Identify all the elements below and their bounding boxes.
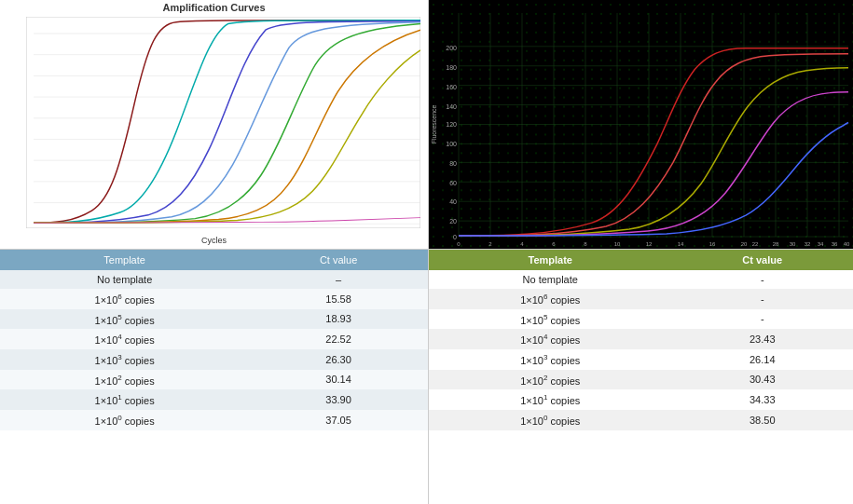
- svg-text:60: 60: [449, 180, 457, 186]
- left-cell-ct: 33.90: [249, 389, 428, 410]
- svg-text:100: 100: [446, 141, 457, 147]
- svg-text:Fluorescence: Fluorescence: [431, 105, 437, 144]
- left-cell-ct: 18.93: [249, 309, 428, 330]
- left-table-body: No template–1×106 copies15.581×105 copie…: [0, 270, 428, 430]
- svg-text:12: 12: [646, 241, 653, 247]
- left-cell-ct: 22.52: [249, 329, 428, 349]
- right-cell-ct: -: [671, 309, 853, 330]
- svg-text:200: 200: [446, 45, 457, 51]
- svg-text:40: 40: [449, 198, 457, 205]
- right-cell-ct: 30.43: [671, 370, 853, 390]
- left-cell-template: 1×101 copies: [0, 389, 249, 410]
- svg-text:14: 14: [678, 241, 684, 247]
- main-container: Amplification Curves Fluorescence (ΔR) 0…: [0, 0, 853, 504]
- left-table-row: 1×104 copies22.52: [0, 329, 428, 349]
- right-cell-template: 1×102 copies: [429, 370, 671, 390]
- left-x-axis-label: Cycles: [201, 236, 227, 245]
- left-cell-ct: 30.14: [249, 370, 428, 390]
- left-chart-title: Amplification Curves: [0, 2, 428, 13]
- right-cell-template: 1×103 copies: [429, 349, 671, 370]
- right-table-header-row: Template Ct value: [429, 250, 853, 270]
- right-table-container: Template Ct value No template-1×106 copi…: [429, 250, 853, 504]
- left-cell-template: 1×100 copies: [0, 410, 249, 430]
- left-table: Template Ct value No template–1×106 copi…: [0, 250, 428, 430]
- svg-text:36: 36: [832, 241, 838, 247]
- right-table-row: No template-: [429, 270, 853, 289]
- left-table-row: 1×101 copies33.90: [0, 389, 428, 410]
- svg-text:120: 120: [446, 122, 457, 129]
- svg-text:80: 80: [449, 160, 457, 167]
- svg-text:0: 0: [453, 234, 457, 240]
- left-table-row: 1×100 copies37.05: [0, 410, 428, 430]
- svg-text:34: 34: [818, 241, 824, 247]
- right-col-ct: Ct value: [671, 250, 853, 270]
- left-cell-ct: 15.58: [249, 289, 428, 309]
- left-cell-template: 1×105 copies: [0, 309, 249, 330]
- left-cell-template: 1×102 copies: [0, 370, 249, 390]
- right-table-row: 1×101 copies34.33: [429, 389, 853, 410]
- right-cell-ct: 34.33: [671, 389, 853, 410]
- svg-text:30: 30: [790, 241, 796, 247]
- right-chart-wrapper: Fluorescence 0 20 40 60 80 100 120 140 1…: [429, 0, 853, 249]
- left-cell-template: 1×104 copies: [0, 329, 249, 349]
- right-table-row: 1×103 copies26.14: [429, 349, 853, 370]
- svg-text:20: 20: [449, 218, 457, 225]
- svg-rect-0: [26, 17, 420, 228]
- right-chart-area: Fluorescence 0 20 40 60 80 100 120 140 1…: [429, 0, 853, 250]
- right-table-body: No template-1×106 copies-1×105 copies-1×…: [429, 270, 853, 430]
- right-table-row: 1×102 copies30.43: [429, 370, 853, 390]
- svg-text:28: 28: [773, 241, 779, 247]
- svg-text:20: 20: [741, 241, 748, 247]
- svg-text:16: 16: [709, 241, 716, 247]
- right-cell-ct: -: [671, 270, 853, 289]
- left-chart-svg: 0.1 0.6 1.1 1.6 2.1 2.6 3.1 3.6 4.1 4.6 …: [26, 17, 420, 228]
- left-col-ct: Ct value: [249, 250, 428, 270]
- left-cell-template: No template: [0, 270, 249, 289]
- svg-text:32: 32: [805, 241, 811, 247]
- right-cell-template: 1×101 copies: [429, 389, 671, 410]
- right-cell-ct: 38.50: [671, 410, 853, 430]
- left-table-header-row: Template Ct value: [0, 250, 428, 270]
- right-table: Template Ct value No template-1×106 copi…: [429, 250, 853, 430]
- right-cell-ct: 23.43: [671, 329, 853, 349]
- svg-text:40: 40: [844, 241, 850, 247]
- svg-text:160: 160: [446, 84, 457, 90]
- right-cell-template: 1×106 copies: [429, 289, 671, 309]
- right-table-row: 1×105 copies-: [429, 309, 853, 330]
- right-cell-ct: 26.14: [671, 349, 853, 370]
- left-table-row: 1×103 copies26.30: [0, 349, 428, 370]
- right-cell-template: 1×100 copies: [429, 410, 671, 430]
- right-panel: Fluorescence 0 20 40 60 80 100 120 140 1…: [429, 0, 853, 504]
- svg-text:10: 10: [614, 241, 621, 247]
- svg-text:140: 140: [446, 103, 457, 110]
- right-cell-ct: -: [671, 289, 853, 309]
- left-table-row: 1×106 copies15.58: [0, 289, 428, 309]
- right-cell-template: 1×105 copies: [429, 309, 671, 330]
- left-chart-area: Amplification Curves Fluorescence (ΔR) 0…: [0, 0, 428, 250]
- right-col-template: Template: [429, 250, 671, 270]
- left-cell-template: 1×103 copies: [0, 349, 249, 370]
- right-table-row: 1×100 copies38.50: [429, 410, 853, 430]
- left-table-row: No template–: [0, 270, 428, 289]
- left-cell-ct: –: [249, 270, 428, 289]
- left-table-container: Template Ct value No template–1×106 copi…: [0, 250, 428, 504]
- left-table-row: 1×105 copies18.93: [0, 309, 428, 330]
- right-table-row: 1×106 copies-: [429, 289, 853, 309]
- svg-text:180: 180: [446, 64, 457, 71]
- right-chart-svg: Fluorescence 0 20 40 60 80 100 120 140 1…: [429, 0, 853, 249]
- right-table-row: 1×104 copies23.43: [429, 329, 853, 349]
- left-table-row: 1×102 copies30.14: [0, 370, 428, 390]
- svg-text:22: 22: [752, 241, 759, 247]
- left-cell-ct: 37.05: [249, 410, 428, 430]
- left-panel: Amplification Curves Fluorescence (ΔR) 0…: [0, 0, 429, 504]
- left-col-template: Template: [0, 250, 249, 270]
- right-cell-template: 1×104 copies: [429, 329, 671, 349]
- left-cell-template: 1×106 copies: [0, 289, 249, 309]
- left-cell-ct: 26.30: [249, 349, 428, 370]
- right-cell-template: No template: [429, 270, 671, 289]
